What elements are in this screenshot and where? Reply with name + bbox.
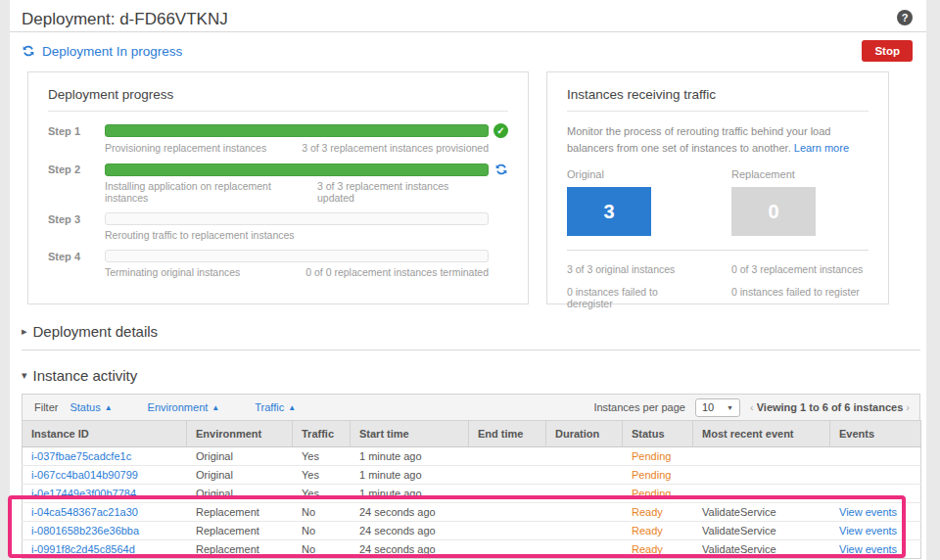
- events-cell: [830, 447, 921, 466]
- duration-cell: [546, 447, 623, 466]
- traffic-cell: Yes: [293, 466, 351, 485]
- most-recent-event-cell: ValidateService: [693, 503, 830, 522]
- instance-id-link[interactable]: i-037fbae75cadcfe1c: [31, 450, 131, 462]
- instance-id-link[interactable]: i-067cc4ba014b90799: [31, 469, 138, 481]
- page-header: Deployment: d-FD66VTKNJ ?: [10, 0, 926, 32]
- table-row: i-0e17449e3f00b7784 Original Yes 1 minut…: [23, 485, 921, 503]
- help-icon[interactable]: ?: [897, 10, 913, 25]
- col-status: Status: [623, 421, 693, 447]
- refresh-icon: [494, 163, 508, 176]
- start-time-cell: 24 seconds ago: [351, 503, 469, 522]
- divider: [22, 350, 920, 350]
- environment-cell: Original: [187, 447, 293, 466]
- original-stat-1: 3 of 3 original instances: [567, 263, 704, 275]
- filter-traffic[interactable]: Traffic ▲: [255, 401, 296, 413]
- instance-id-link[interactable]: i-0e17449e3f00b7784: [31, 488, 136, 499]
- per-page-value: 10: [702, 401, 714, 413]
- instance-activity-toggle[interactable]: ▾ Instance activity: [22, 367, 926, 384]
- environment-cell: Original: [187, 485, 293, 503]
- step-4-progress-bar: [105, 250, 489, 262]
- duration-cell: [546, 466, 623, 485]
- events-cell: [830, 485, 921, 503]
- instance-id-link[interactable]: i-0991f8c2d45c8564d: [31, 543, 135, 555]
- pagination: ‹ Viewing 1 to 6 of 6 instances ›: [750, 401, 910, 413]
- page-content: Deployment: d-FD66VTKNJ ? Deployment In …: [10, 0, 926, 560]
- view-events-link[interactable]: View events: [839, 543, 897, 555]
- step-2-detail: 3 of 3 replacement instances updated: [317, 180, 489, 204]
- environment-cell: Replacement: [187, 503, 293, 522]
- most-recent-event-cell: ValidateService: [693, 540, 830, 559]
- events-cell: View events: [830, 540, 921, 559]
- filter-status-label: Status: [70, 401, 100, 413]
- duration-cell: [546, 522, 623, 540]
- table-row: i-037fbae75cadcfe1c Original Yes 1 minut…: [23, 447, 921, 466]
- replacement-stat-2: 0 instances failed to register: [731, 286, 869, 298]
- start-time-cell: 24 seconds ago: [351, 522, 469, 540]
- end-time-cell: [469, 503, 546, 522]
- table-header-row: Instance ID Environment Traffic Start ti…: [23, 421, 921, 447]
- filter-environment-label: Environment: [148, 401, 209, 413]
- instances-receiving-traffic-panel: Instances receiving traffic Monitor the …: [546, 71, 889, 304]
- prev-page-chevron[interactable]: ‹: [750, 401, 754, 413]
- status-cell: Ready: [623, 540, 693, 559]
- step-2-desc: Installing application on replacement in…: [105, 180, 317, 204]
- traffic-cell: No: [293, 540, 351, 559]
- step-2-label: Step 2: [48, 163, 105, 175]
- step-1-row: Step 1 ✓: [48, 123, 508, 138]
- table-row: i-0991f8c2d45c8564d Replacement No 24 se…: [23, 540, 921, 559]
- step-1-label: Step 1: [48, 125, 105, 137]
- instance-id-link[interactable]: i-0801658b236e36bba: [31, 525, 139, 537]
- instances-per-page-select[interactable]: 10 ▼: [695, 398, 740, 417]
- events-cell: [830, 466, 921, 485]
- col-instance-id: Instance ID: [23, 421, 187, 447]
- col-environment: Environment: [187, 421, 293, 447]
- instance-table-wrap: Instance ID Environment Traffic Start ti…: [22, 420, 920, 559]
- next-page-chevron[interactable]: ›: [906, 401, 910, 413]
- filter-environment[interactable]: Environment ▲: [148, 401, 220, 413]
- end-time-cell: [469, 447, 546, 466]
- instance-activity-table: Instance ID Environment Traffic Start ti…: [22, 420, 921, 559]
- step-1-text: Provisioning replacement instances 3 of …: [105, 142, 508, 154]
- chevron-down-icon: ▾: [22, 369, 27, 382]
- filter-status[interactable]: Status ▲: [70, 401, 112, 413]
- stop-button[interactable]: Stop: [862, 40, 913, 62]
- view-events-link[interactable]: View events: [839, 525, 897, 537]
- instance-activity-title: Instance activity: [33, 367, 138, 384]
- step-2-progress-bar: [105, 163, 489, 176]
- col-duration: Duration: [546, 421, 623, 447]
- step-3-progress-bar: [105, 212, 489, 225]
- step-4-detail: 0 of 0 replacement instances terminated: [306, 266, 489, 278]
- most-recent-event-cell: [693, 485, 830, 503]
- end-time-cell: [469, 466, 546, 485]
- status-cell: Pending: [623, 485, 693, 503]
- instance-id-link[interactable]: i-04ca548367ac21a30: [31, 506, 138, 518]
- replacement-count-box: 0: [731, 187, 816, 236]
- view-events-link[interactable]: View events: [839, 506, 897, 518]
- col-end-time: End time: [469, 421, 546, 447]
- environment-cell: Replacement: [187, 522, 293, 540]
- filter-bar: Filter Status ▲ Environment ▲ Traffic ▲ …: [22, 394, 920, 420]
- original-label: Original: [567, 168, 704, 180]
- step-3-label: Step 3: [48, 213, 105, 225]
- progress-panel-title: Deployment progress: [48, 87, 508, 102]
- deployment-status-text: Deployment In progress: [42, 44, 182, 59]
- step-4-text: Terminating original instances 0 of 0 re…: [105, 266, 508, 278]
- step-4-label: Step 4: [48, 251, 105, 262]
- traffic-cell: Yes: [293, 485, 351, 503]
- step-3-row: Step 3: [48, 212, 508, 225]
- start-time-cell: 24 seconds ago: [351, 540, 469, 559]
- most-recent-event-cell: [693, 447, 830, 466]
- end-time-cell: [469, 485, 546, 503]
- deployment-details-title: Deployment details: [33, 323, 159, 340]
- learn-more-link[interactable]: Learn more: [794, 142, 849, 154]
- status-cell: Ready: [623, 503, 693, 522]
- environment-cell: Original: [187, 466, 293, 485]
- deployment-details-toggle[interactable]: ▸ Deployment details: [22, 323, 926, 340]
- step-1-progress-bar: [105, 124, 489, 137]
- most-recent-event-cell: ValidateService: [693, 522, 830, 540]
- instances-per-page-label: Instances per page: [593, 401, 685, 413]
- caret-up-icon: ▲: [105, 403, 113, 412]
- events-cell: View events: [830, 503, 921, 522]
- step-2-row: Step 2: [48, 163, 508, 176]
- filter-traffic-label: Traffic: [255, 401, 284, 413]
